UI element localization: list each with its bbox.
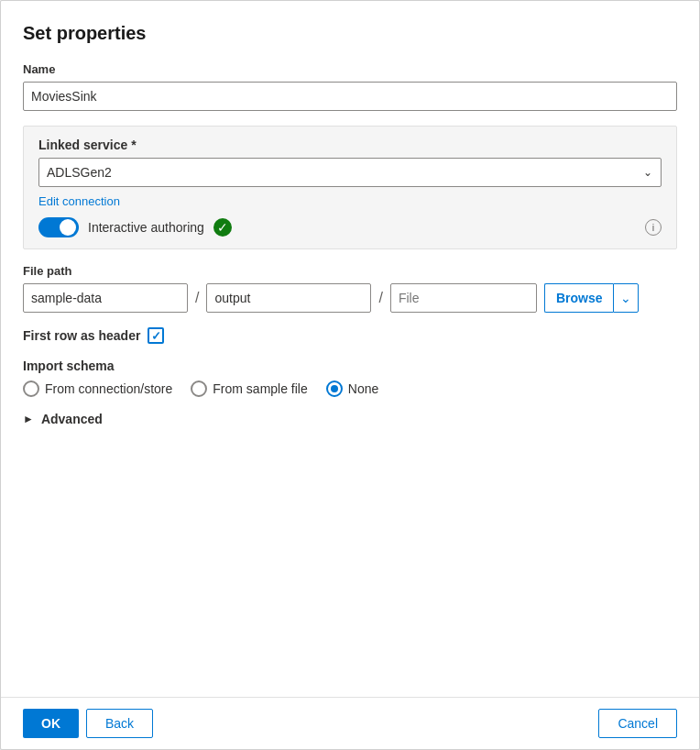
import-schema-radio-group: From connection/store From sample file N… (23, 381, 677, 397)
path-separator-2: / (371, 290, 389, 306)
cancel-button[interactable]: Cancel (598, 709, 677, 738)
advanced-section[interactable]: ► Advanced (23, 412, 677, 426)
back-button[interactable]: Back (86, 709, 153, 738)
chevron-down-icon: ⌄ (620, 291, 631, 305)
first-row-header-row: First row as header ✓ (23, 327, 677, 344)
radio-label-none: None (348, 381, 378, 396)
dialog-footer: OK Back Cancel (1, 697, 699, 749)
radio-outer-from-sample (191, 381, 207, 397)
radio-label-from-sample: From sample file (213, 381, 307, 396)
advanced-chevron-icon: ► (23, 413, 34, 425)
file-path-section: File path / / Browse ⌄ (23, 264, 677, 313)
first-row-header-checkbox[interactable]: ✓ (148, 327, 164, 344)
file-path-label: File path (23, 264, 677, 278)
radio-outer-none (326, 381, 343, 397)
set-properties-dialog: Set properties Name Linked service * ADL… (0, 0, 700, 750)
name-input[interactable] (23, 82, 677, 111)
interactive-authoring-toggle[interactable] (38, 217, 79, 237)
path-separator-1: / (188, 290, 206, 306)
linked-service-section: Linked service * ADLSGen2 ⌄ Edit connect… (23, 126, 677, 249)
browse-button-group: Browse ⌄ (544, 283, 640, 313)
linked-service-label: Linked service * (38, 138, 662, 152)
dialog-body: Set properties Name Linked service * ADL… (1, 1, 699, 697)
import-schema-label: Import schema (23, 358, 677, 373)
browse-button[interactable]: Browse (544, 283, 614, 313)
name-label: Name (23, 62, 677, 76)
file-path-row: / / Browse ⌄ (23, 283, 677, 313)
linked-service-select[interactable]: ADLSGen2 (38, 158, 662, 187)
required-indicator: * (127, 138, 136, 152)
browse-chevron-button[interactable]: ⌄ (613, 283, 639, 313)
interactive-authoring-label: Interactive authoring (88, 220, 204, 235)
radio-label-from-connection: From connection/store (45, 381, 172, 396)
radio-from-sample[interactable]: From sample file (191, 381, 307, 397)
radio-from-connection[interactable]: From connection/store (23, 381, 172, 397)
info-icon[interactable]: i (645, 219, 662, 236)
dialog-title: Set properties (23, 23, 677, 44)
interactive-authoring-left: Interactive authoring ✓ (38, 217, 232, 237)
edit-connection-link[interactable]: Edit connection (38, 194, 120, 208)
first-row-header-label: First row as header (23, 328, 140, 343)
advanced-label: Advanced (41, 412, 103, 426)
file-path-input-1[interactable] (23, 283, 188, 313)
interactive-authoring-row: Interactive authoring ✓ i (38, 217, 662, 237)
file-path-input-2[interactable] (206, 283, 371, 313)
authoring-status-icon: ✓ (213, 218, 232, 237)
name-field-group: Name (23, 62, 677, 111)
checkmark-icon: ✓ (151, 329, 161, 343)
radio-none[interactable]: None (326, 381, 378, 397)
import-schema-section: Import schema From connection/store From… (23, 358, 677, 397)
radio-inner-none (331, 385, 338, 392)
linked-service-select-wrapper: ADLSGen2 ⌄ (38, 158, 662, 187)
file-path-input-3[interactable] (390, 283, 537, 313)
toggle-knob (60, 219, 76, 236)
ok-button[interactable]: OK (23, 709, 79, 738)
footer-left-buttons: OK Back (23, 709, 153, 738)
radio-outer-from-connection (23, 381, 39, 397)
